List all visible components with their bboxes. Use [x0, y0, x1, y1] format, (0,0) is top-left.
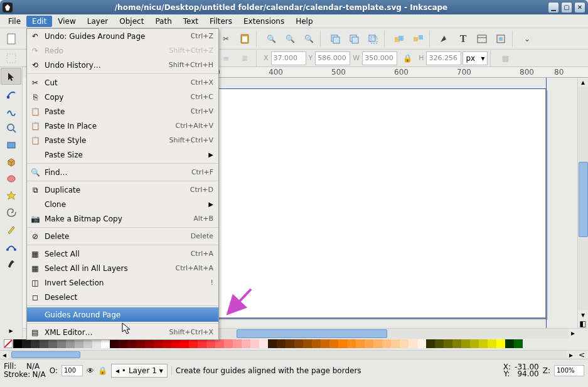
affect-button[interactable]: ▦: [496, 50, 514, 67]
palette-swatch[interactable]: [180, 339, 189, 348]
zoom-in-button[interactable]: 🔍: [262, 30, 280, 48]
palette-swatch[interactable]: [461, 339, 470, 348]
palette-swatch[interactable]: [409, 339, 417, 348]
calligraphy-tool[interactable]: [0, 255, 22, 272]
box3d-tool[interactable]: [0, 153, 22, 170]
palette-swatch[interactable]: [488, 339, 496, 348]
palette-swatch[interactable]: [329, 339, 338, 348]
palette-swatch[interactable]: [277, 339, 286, 348]
palette-swatch[interactable]: [294, 339, 303, 348]
palette-swatch[interactable]: [57, 339, 66, 348]
flip-v-button[interactable]: ≣: [236, 50, 254, 67]
palette-swatch[interactable]: [303, 339, 312, 348]
guide-right[interactable]: [546, 78, 547, 328]
ungroup-button[interactable]: [409, 30, 427, 48]
palette-swatch[interactable]: [224, 339, 233, 348]
palette-none[interactable]: [4, 339, 13, 348]
zoom-page-button[interactable]: 🔍: [300, 30, 318, 48]
menu-item-undo-guides-around-page[interactable]: ↶Undo: Guides Around PageCtrl+Z: [27, 29, 218, 43]
menu-layer[interactable]: Layer: [82, 16, 114, 27]
menu-item-undo-history[interactable]: ⟲Undo History…Shift+Ctrl+H: [27, 58, 218, 72]
palette-scrollbar[interactable]: ◂ ▸ <: [0, 350, 588, 359]
zoom-drawing-button[interactable]: 🔍: [281, 30, 299, 48]
h-input[interactable]: [426, 51, 461, 65]
palette-swatch[interactable]: [250, 339, 259, 348]
prefs-button[interactable]: ⌄: [518, 30, 536, 48]
palette-swatch[interactable]: [31, 339, 40, 348]
palette-swatch[interactable]: [400, 339, 409, 348]
palette-swatch[interactable]: [356, 339, 365, 348]
node-tool[interactable]: [0, 85, 22, 102]
palette-swatch[interactable]: [505, 339, 514, 348]
menu-item-paste-in-place[interactable]: 📋Paste In PlaceCtrl+Alt+V: [27, 119, 218, 133]
menu-help[interactable]: Help: [290, 16, 318, 27]
palette-swatch[interactable]: [233, 339, 242, 348]
palette-swatch[interactable]: [417, 339, 426, 348]
menu-item-xml-editor[interactable]: ▤XML Editor…Shift+Ctrl+X: [27, 325, 218, 339]
align-button[interactable]: [492, 30, 510, 48]
close-button[interactable]: ✕: [574, 2, 585, 13]
palette-swatch[interactable]: [22, 339, 31, 348]
duplicate-button[interactable]: [326, 30, 344, 48]
menu-file[interactable]: File: [3, 16, 26, 27]
text-dialog-button[interactable]: T: [454, 30, 472, 48]
menu-item-paste[interactable]: 📋PasteCtrl+V: [27, 104, 218, 119]
palette-swatch[interactable]: [514, 339, 523, 348]
minimize-button[interactable]: ▁: [548, 2, 559, 13]
palette-swatch[interactable]: [452, 339, 461, 348]
layer-selector[interactable]: ◂ •Layer 1 ▾: [111, 364, 168, 378]
menu-item-paste-style[interactable]: 📋Paste StyleShift+Ctrl+V: [27, 133, 218, 147]
palette-swatch[interactable]: [92, 339, 101, 348]
palette-swatch[interactable]: [312, 339, 321, 348]
menu-item-duplicate[interactable]: ⧉DuplicateCtrl+D: [27, 183, 218, 197]
lock-aspect-button[interactable]: 🔒: [398, 50, 416, 67]
scrollbar-vertical[interactable]: ▴ ▾ ◧: [577, 78, 588, 328]
palette-swatch[interactable]: [286, 339, 294, 348]
unit-select[interactable]: px▾: [462, 51, 488, 65]
palette-swatch[interactable]: [101, 339, 110, 348]
rect-tool[interactable]: [0, 136, 22, 153]
cut-button[interactable]: ✂: [217, 30, 235, 48]
palette-swatch[interactable]: [127, 339, 136, 348]
palette-swatch[interactable]: [444, 339, 452, 348]
palette-swatch[interactable]: [321, 339, 329, 348]
menu-item-paste-size[interactable]: Paste Size▶: [27, 147, 218, 162]
palette-scroll-thumb[interactable]: [11, 351, 80, 358]
palette-swatch[interactable]: [470, 339, 479, 348]
pencil-tool[interactable]: [0, 221, 22, 238]
palette-swatch[interactable]: [110, 339, 119, 348]
palette-swatch[interactable]: [496, 339, 505, 348]
palette-swatch[interactable]: [365, 339, 373, 348]
scroll-thumb-h[interactable]: [237, 329, 387, 338]
menu-item-copy[interactable]: ⎘CopyCtrl+C: [27, 90, 218, 104]
menu-filters[interactable]: Filters: [204, 16, 238, 27]
palette-swatch[interactable]: [163, 339, 171, 348]
lock-layer-icon[interactable]: 🔒: [98, 366, 107, 375]
menu-item-invert-selection[interactable]: ◫Invert Selection!: [27, 275, 218, 290]
palette-swatch[interactable]: [391, 339, 400, 348]
palette-swatch[interactable]: [373, 339, 382, 348]
ellipse-tool[interactable]: [0, 170, 22, 187]
menu-item-find[interactable]: 🔍Find…Ctrl+F: [27, 165, 218, 179]
w-input[interactable]: [362, 51, 397, 65]
palette-swatch[interactable]: [13, 339, 22, 348]
palette-swatch[interactable]: [48, 339, 57, 348]
zoom-tool[interactable]: [0, 119, 22, 136]
opacity-spin[interactable]: 100: [61, 365, 83, 376]
palette-swatch[interactable]: [154, 339, 163, 348]
palette-swatch[interactable]: [145, 339, 154, 348]
flip-h-button[interactable]: ≡: [217, 50, 235, 67]
x-input[interactable]: [271, 51, 306, 65]
palette-swatch[interactable]: [119, 339, 127, 348]
scroll-thumb-v[interactable]: [579, 162, 588, 237]
menu-item-clone[interactable]: Clone▶: [27, 197, 218, 211]
paste-button[interactable]: [236, 30, 254, 48]
menu-item-delete[interactable]: ⊘DeleteDelete: [27, 229, 218, 243]
menu-path[interactable]: Path: [149, 16, 177, 27]
menu-object[interactable]: Object: [114, 16, 149, 27]
menu-item-deselect[interactable]: ◻Deselect: [27, 290, 218, 304]
palette-swatch[interactable]: [215, 339, 224, 348]
palette-swatch[interactable]: [426, 339, 435, 348]
menu-item-guides-around-page[interactable]: Guides Around Page: [27, 307, 218, 322]
palette-swatch[interactable]: [136, 339, 145, 348]
